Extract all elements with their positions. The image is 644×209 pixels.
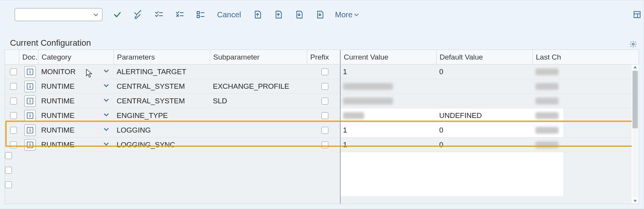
- row-select-checkbox[interactable]: [10, 68, 17, 75]
- col-category[interactable]: Category: [38, 50, 114, 64]
- scroll-up-button[interactable]: [632, 65, 639, 71]
- list-check-icon: [154, 10, 164, 19]
- last-ch-obscured: [535, 141, 559, 148]
- table-body: iMONITORALERTING_TARGET10iRUNTIMECENTRAL…: [5, 65, 639, 204]
- svg-point-13: [632, 43, 634, 45]
- col-subparameter[interactable]: Subparameter: [210, 50, 307, 64]
- command-combo[interactable]: [15, 8, 102, 21]
- toolbar: Cancel More: [15, 7, 640, 22]
- doc-info-button[interactable]: i: [24, 110, 36, 121]
- col-default-value[interactable]: Default Value: [436, 50, 532, 64]
- chevron-down-icon: [353, 12, 360, 18]
- more-button[interactable]: More: [335, 8, 360, 21]
- scroll-thumb[interactable]: [632, 71, 638, 128]
- prefix-checkbox[interactable]: [321, 98, 328, 104]
- deselect-all-button[interactable]: [174, 8, 186, 21]
- table-row[interactable]: iRUNTIMELOGGING_SYNC10: [5, 138, 639, 152]
- chevron-down-icon[interactable]: [103, 67, 110, 76]
- parameters-value: CENTRAL_SYSTEM: [117, 82, 185, 91]
- parameters-value: LOGGING_SYNC: [117, 141, 175, 149]
- chevron-down-icon[interactable]: [103, 111, 110, 120]
- col-prefix[interactable]: Prefix: [307, 50, 340, 64]
- doc-info-button[interactable]: i: [24, 66, 36, 78]
- list-uncheck-icon: [175, 10, 184, 19]
- default-value: UNDEFINED: [439, 111, 482, 120]
- svg-text:i: i: [29, 113, 31, 118]
- row-select-checkbox[interactable]: [5, 167, 12, 174]
- col-sel: [5, 50, 19, 64]
- accept-button[interactable]: [112, 8, 123, 21]
- prefix-checkbox[interactable]: [321, 141, 328, 148]
- last-ch-obscured: [535, 68, 559, 75]
- category-value: MONITOR: [41, 68, 75, 76]
- prefix-checkbox[interactable]: [321, 112, 328, 119]
- current-value-obscured: [343, 98, 393, 104]
- svg-rect-8: [197, 15, 199, 18]
- import-1-button[interactable]: [293, 8, 305, 21]
- select-block-button[interactable]: [195, 8, 206, 21]
- row-select-checkbox[interactable]: [10, 98, 17, 104]
- row-select-checkbox[interactable]: [10, 127, 17, 134]
- export-1-button[interactable]: [252, 8, 263, 21]
- section-title: Current Configuration: [10, 38, 91, 48]
- chevron-down-icon[interactable]: [103, 96, 110, 105]
- vertical-scrollbar[interactable]: [632, 65, 639, 204]
- chevron-down-icon: [93, 12, 99, 18]
- col-doc[interactable]: Doc…: [19, 50, 38, 64]
- default-value: 0: [439, 126, 443, 134]
- doc-info-button[interactable]: i: [24, 95, 36, 107]
- svg-text:i: i: [29, 142, 31, 148]
- col-current-value[interactable]: Current Value: [340, 50, 436, 64]
- current-value: 1: [343, 141, 347, 149]
- col-parameters[interactable]: Parameters: [114, 50, 210, 64]
- subparameter-value: SLD: [213, 97, 227, 105]
- chevron-down-icon[interactable]: [103, 126, 110, 134]
- doc-info-button[interactable]: i: [24, 81, 36, 92]
- chevron-down-icon[interactable]: [103, 82, 110, 91]
- category-value: RUNTIME: [41, 97, 75, 105]
- table-row[interactable]: iRUNTIMECENTRAL_SYSTEMEXCHANGE_PROFILE: [5, 79, 639, 94]
- row-select-checkbox[interactable]: [10, 141, 17, 148]
- cancel-button[interactable]: Cancel: [216, 8, 243, 21]
- config-table: Doc… Category Parameters Subparameter Pr…: [5, 50, 639, 204]
- table-header: Doc… Category Parameters Subparameter Pr…: [5, 50, 639, 65]
- scroll-down-button[interactable]: [632, 197, 639, 204]
- table-row[interactable]: iRUNTIMELOGGING10: [5, 123, 639, 138]
- category-value: RUNTIME: [41, 141, 75, 149]
- page-down-alt-icon: [315, 10, 325, 19]
- settings-button[interactable]: [628, 39, 639, 50]
- parameters-value: ALERTING_TARGET: [117, 68, 186, 76]
- table-row[interactable]: iRUNTIMEENGINE_TYPEUNDEFINED: [5, 108, 639, 123]
- parameters-value: ENGINE_TYPE: [117, 111, 168, 120]
- doc-info-button[interactable]: i: [24, 124, 36, 136]
- row-select-checkbox[interactable]: [10, 112, 17, 119]
- page-up-alt-icon: [274, 10, 283, 19]
- prefix-checkbox[interactable]: [321, 127, 328, 134]
- prefix-checkbox[interactable]: [321, 83, 328, 90]
- category-value: RUNTIME: [41, 126, 75, 134]
- col-last-ch[interactable]: Last Ch: [532, 50, 563, 64]
- edit-button[interactable]: [132, 8, 144, 21]
- prefix-checkbox[interactable]: [321, 68, 328, 75]
- row-select-checkbox[interactable]: [5, 181, 12, 188]
- import-2-button[interactable]: [314, 8, 326, 21]
- svg-text:i: i: [29, 127, 31, 133]
- more-label: More: [335, 10, 353, 19]
- doc-info-button[interactable]: i: [24, 139, 36, 151]
- customize-toolbar-button[interactable]: [633, 10, 641, 19]
- category-value: RUNTIME: [41, 111, 75, 120]
- table-row[interactable]: iRUNTIMECENTRAL_SYSTEMSLD: [5, 94, 639, 108]
- row-select-checkbox[interactable]: [5, 152, 12, 159]
- last-ch-obscured: [535, 112, 559, 119]
- chevron-down-icon[interactable]: [103, 140, 110, 149]
- svg-text:i: i: [29, 83, 31, 89]
- select-all-button[interactable]: [153, 8, 165, 21]
- export-2-button[interactable]: [273, 8, 284, 21]
- page-up-icon: [253, 10, 262, 19]
- row-select-checkbox[interactable]: [10, 83, 17, 90]
- current-value-obscured: [343, 112, 364, 119]
- last-ch-obscured: [535, 127, 559, 134]
- table-row[interactable]: iMONITORALERTING_TARGET10: [5, 65, 639, 79]
- current-value-obscured: [343, 83, 393, 90]
- last-ch-obscured: [535, 83, 559, 90]
